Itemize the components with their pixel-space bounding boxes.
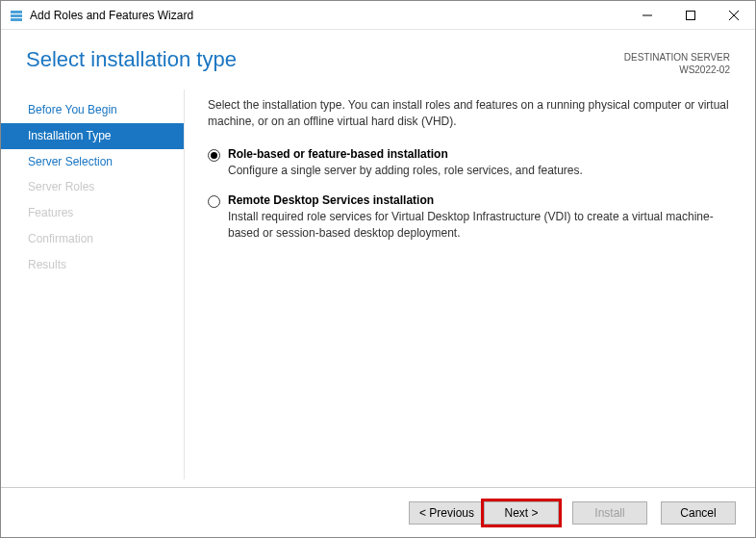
svg-rect-4 (686, 11, 694, 19)
sidebar-item-label: Confirmation (28, 232, 93, 245)
sidebar-item-label: Installation Type (28, 129, 112, 142)
sidebar-item-label: Features (28, 206, 73, 219)
previous-button[interactable]: < Previous (409, 501, 484, 525)
svg-rect-2 (11, 18, 22, 21)
sidebar-item-features: Features (1, 200, 184, 226)
content-area: Before You Begin Installation Type Serve… (1, 90, 755, 479)
titlebar: Add Roles and Features Wizard (1, 1, 755, 30)
sidebar-item-confirmation: Confirmation (1, 226, 184, 252)
cancel-button[interactable]: Cancel (661, 501, 736, 525)
page-header: Select installation type DESTINATION SER… (1, 30, 755, 90)
svg-rect-1 (11, 14, 22, 17)
minimize-button[interactable] (625, 1, 668, 29)
destination-value: WS2022-02 (624, 64, 730, 76)
option-desc: Configure a single server by adding role… (228, 163, 730, 179)
sidebar-item-installation-type[interactable]: Installation Type (1, 123, 184, 149)
install-button: Install (572, 501, 647, 525)
option-body: Role-based or feature-based installation… (228, 147, 730, 179)
option-remote-desktop[interactable]: Remote Desktop Services installation Ins… (208, 193, 730, 242)
wizard-footer: < Previous Next > Install Cancel (1, 487, 755, 537)
destination-label: DESTINATION SERVER (624, 51, 730, 64)
option-title: Role-based or feature-based installation (228, 147, 730, 161)
next-button[interactable]: Next > (484, 501, 559, 525)
sidebar-item-label: Server Selection (28, 155, 113, 168)
main-panel: Select the installation type. You can in… (184, 90, 755, 479)
option-role-based[interactable]: Role-based or feature-based installation… (208, 147, 730, 179)
sidebar-item-server-selection[interactable]: Server Selection (1, 149, 184, 175)
option-title: Remote Desktop Services installation (228, 193, 730, 207)
svg-rect-0 (11, 11, 22, 13)
server-manager-icon (9, 8, 24, 23)
option-desc: Install required role services for Virtu… (228, 209, 730, 242)
sidebar-item-label: Before You Begin (28, 103, 117, 116)
wizard-steps-sidebar: Before You Begin Installation Type Serve… (1, 90, 184, 479)
destination-server: DESTINATION SERVER WS2022-02 (624, 51, 730, 76)
radio-role-based[interactable] (208, 149, 220, 162)
window-controls (625, 1, 755, 29)
sidebar-item-server-roles: Server Roles (1, 174, 184, 200)
radio-remote-desktop[interactable] (208, 195, 220, 208)
sidebar-item-label: Results (28, 258, 66, 271)
window-title: Add Roles and Features Wizard (30, 9, 625, 22)
nav-button-group: < Previous Next > (409, 501, 559, 525)
intro-text: Select the installation type. You can in… (208, 97, 730, 130)
close-button[interactable] (712, 1, 755, 29)
option-body: Remote Desktop Services installation Ins… (228, 193, 730, 242)
maximize-button[interactable] (668, 1, 712, 29)
sidebar-item-before-you-begin[interactable]: Before You Begin (1, 97, 184, 123)
sidebar-item-label: Server Roles (28, 180, 94, 193)
page-title: Select installation type (26, 47, 237, 72)
sidebar-item-results: Results (1, 252, 184, 278)
